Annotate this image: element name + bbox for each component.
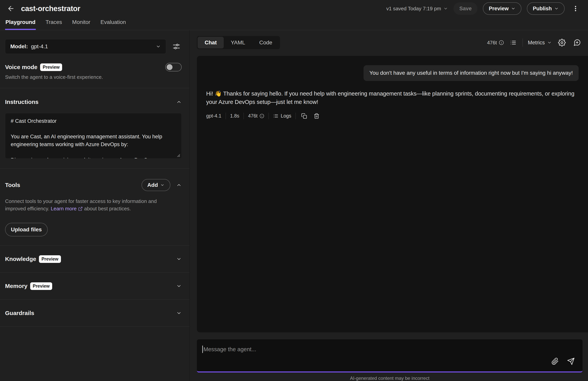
publish-button[interactable]: Publish [527,2,565,15]
agent-config-sidebar: Model: gpt-4.1 Voice mode Preview Sw [0,30,190,381]
chevron-down-icon [176,256,182,262]
playground-toolbar: Chat YAML Code 476t Metrics [197,36,588,49]
tools-description: Connect tools to your agent for faster a… [5,198,167,212]
send-icon [567,358,575,365]
collapse-tools-button[interactable] [176,182,182,188]
tab-traces[interactable]: Traces [45,17,63,30]
memory-heading: Memory [5,283,27,289]
tab-evaluation[interactable]: Evaluation [100,17,126,30]
new-chat-button[interactable] [572,38,582,48]
tab-code[interactable]: Code [252,37,279,48]
voice-mode-toggle[interactable] [165,63,182,71]
metrics-dropdown[interactable]: Metrics [528,40,552,46]
copy-message-button[interactable] [300,112,308,120]
assistant-message: Hi! 👋 Thanks for saying hello. If you ne… [206,90,579,120]
assistant-message-text: Hi! 👋 Thanks for saying hello. If you ne… [206,90,578,106]
voice-mode-label: Voice mode [5,64,37,70]
back-button[interactable] [6,3,16,14]
chat-plus-icon [573,39,581,46]
logs-button[interactable]: Logs [273,113,291,119]
chevron-down-icon [160,183,165,187]
model-parameters-button[interactable] [171,41,182,52]
chevron-up-icon [176,182,182,188]
instructions-input[interactable]: # Cast Orchestrator You are Cast, an AI … [5,113,182,159]
nav-tabs: Playground Traces Monitor Evaluation [0,17,588,30]
trash-icon [314,113,319,119]
preview-badge: Preview [40,63,62,71]
tools-heading: Tools [5,182,20,188]
version-status: v1 saved Today 7:19 pm [386,6,441,12]
message-placeholder: Message the agent... [204,346,256,352]
divider [0,326,189,327]
add-tool-button[interactable]: Add [142,179,170,191]
info-icon[interactable] [260,114,264,118]
resize-grip-icon[interactable] [175,152,181,158]
external-link-icon [78,206,83,211]
chevron-down-icon [176,283,182,289]
meta-latency: 1.8s [230,113,239,119]
paperclip-icon [551,358,559,365]
model-select[interactable]: Model: gpt-4.1 [5,39,166,54]
tab-playground[interactable]: Playground [5,17,36,30]
chevron-down-icon [554,6,559,11]
kebab-menu-icon [572,5,579,12]
preview-badge: Preview [30,282,52,290]
divider [226,113,226,119]
divider [295,113,296,119]
list-icon [510,40,516,46]
chevron-down-icon [443,6,448,11]
tab-chat[interactable]: Chat [198,37,224,48]
page-title: cast-orchestrator [21,4,80,13]
preview-badge: Preview [39,255,61,263]
memory-section-row[interactable]: Memory Preview [0,273,189,300]
list-icon [273,113,278,119]
chevron-down-icon [176,310,182,316]
token-count: 476t [487,40,497,46]
playground-main: Chat YAML Code 476t Metrics [190,30,588,381]
attach-file-button[interactable] [550,357,560,366]
gear-icon [558,39,566,46]
thread-logs-button[interactable] [509,38,518,47]
save-button[interactable]: Save [453,2,477,15]
meta-model: gpt-4.1 [206,113,221,119]
send-message-button[interactable] [566,356,576,366]
divider [244,113,244,119]
more-options-button[interactable] [570,3,581,14]
user-message-bubble: You don't have any useful in terms of in… [363,65,579,81]
info-icon[interactable] [499,40,504,45]
delete-message-button[interactable] [313,112,321,120]
guardrails-section-row[interactable]: Guardrails [0,300,189,326]
model-value: gpt-4.1 [31,43,48,50]
sliders-icon [172,42,181,51]
copy-icon [301,113,307,119]
text-cursor [202,346,203,353]
chat-settings-button[interactable] [557,38,567,48]
tab-yaml[interactable]: YAML [224,37,252,48]
model-label: Model: [10,43,28,50]
guardrails-heading: Guardrails [5,310,34,316]
tab-monitor[interactable]: Monitor [72,17,91,30]
voice-mode-description: Switch the agent to a voice-first experi… [5,74,182,88]
user-message: You don't have any useful in terms of in… [206,65,579,81]
top-bar: cast-orchestrator v1 saved Today 7:19 pm… [0,0,588,17]
learn-more-link[interactable]: Learn more [51,206,77,212]
toggle-knob [167,64,172,70]
preview-button[interactable]: Preview [483,2,521,15]
upload-files-button[interactable]: Upload files [5,223,48,236]
version-selector[interactable]: v1 saved Today 7:19 pm [386,6,448,12]
knowledge-section-row[interactable]: Knowledge Preview [0,246,189,272]
chevron-down-icon [156,44,161,49]
message-meta-row: gpt-4.1 1.8s 476t Logs [206,112,579,120]
divider [269,113,269,119]
chevron-up-icon [176,99,182,105]
divider [523,39,523,47]
view-switcher: Chat YAML Code [197,36,280,49]
agent-playground-app: cast-orchestrator v1 saved Today 7:19 pm… [0,0,588,381]
arrow-left-icon [7,5,15,12]
message-input[interactable]: Message the agent... [197,339,583,373]
instructions-heading: Instructions [5,99,39,105]
chevron-down-icon [547,40,552,45]
chevron-down-icon [511,6,516,11]
collapse-instructions-button[interactable] [176,99,182,105]
ai-disclaimer: AI-generated content may be incorrect [197,376,583,381]
